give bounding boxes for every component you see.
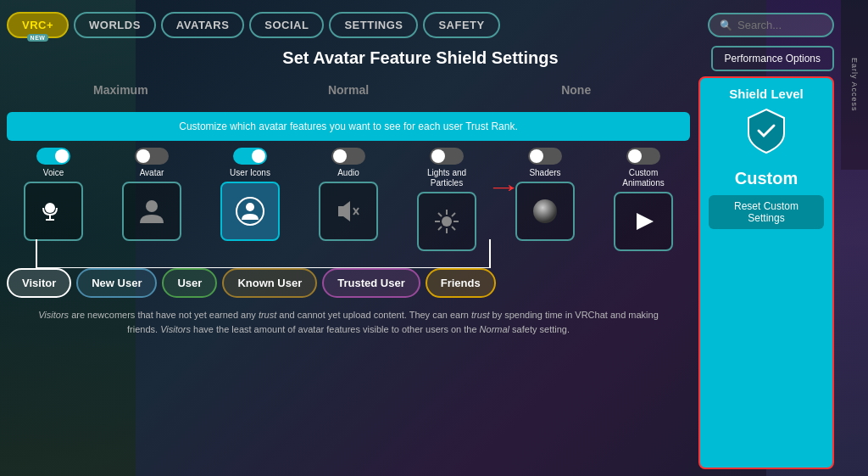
svg-marker-6 [338, 201, 350, 221]
label-animations: Custom Animations [622, 168, 664, 188]
icon-animations [614, 192, 673, 251]
feature-audio[interactable]: Audio [302, 148, 395, 241]
shield-panel-title: Shield Level [729, 87, 804, 101]
nav-social[interactable]: SOCIAL [249, 12, 324, 38]
trust-trusted-user[interactable]: Trusted User [322, 268, 420, 298]
red-arrow: → [486, 174, 521, 201]
left-panel: Maximum Normal None Customize which avat… [7, 76, 690, 469]
icon-audio [319, 182, 378, 241]
feature-avatar[interactable]: Avatar [105, 148, 198, 241]
feature-custom-animations[interactable]: Custom Animations [597, 148, 690, 251]
toggle-avatar[interactable] [135, 148, 169, 165]
feature-voice[interactable]: Voice [7, 148, 100, 241]
search-icon: 🔍 [720, 20, 732, 31]
label-lights: Lights and Particles [427, 168, 466, 188]
icon-lights [417, 192, 476, 251]
trust-row: Visitor New User User Known User Trusted… [7, 268, 690, 298]
page-title-row: Set Avatar Feature Shield Settings Perfo… [7, 48, 834, 68]
svg-point-18 [533, 199, 557, 223]
tab-maximum[interactable]: Maximum [7, 76, 235, 105]
nav-avatars[interactable]: AVATARS [161, 12, 244, 38]
svg-line-15 [452, 227, 455, 230]
label-shaders: Shaders [529, 168, 560, 178]
icon-user-icons [220, 182, 280, 241]
nav-worlds[interactable]: WORLDS [74, 12, 156, 38]
toggle-user-icons[interactable] [233, 148, 267, 165]
early-access-badge: Early Access [841, 0, 868, 170]
shield-level-panel: Shield Level Custom Reset Custom Setting… [698, 76, 834, 469]
nav-safety[interactable]: SAFETY [423, 12, 499, 38]
svg-point-9 [442, 216, 452, 227]
label-audio: Audio [337, 168, 359, 178]
feature-lights-particles[interactable]: Lights and Particles [400, 148, 493, 251]
shield-custom-text: Custom [735, 169, 798, 188]
toggle-lights[interactable] [430, 148, 464, 165]
reset-custom-button[interactable]: Reset Custom Settings [709, 195, 824, 229]
nav-settings[interactable]: SETTINGS [329, 12, 418, 38]
shield-icon [745, 108, 787, 162]
icon-voice [24, 182, 83, 241]
search-input[interactable] [737, 19, 822, 31]
svg-point-0 [45, 203, 55, 213]
svg-line-16 [452, 213, 455, 216]
tab-none[interactable]: None [462, 76, 690, 105]
description-text: Visitors are newcomers that have not yet… [7, 305, 690, 339]
search-box[interactable]: 🔍 [708, 13, 834, 37]
shield-tabs-row: Maximum Normal None [7, 76, 690, 105]
trust-visitor[interactable]: Visitor [7, 268, 71, 298]
trust-section: Visitor New User User Known User Trusted… [7, 265, 690, 298]
toggle-voice[interactable] [36, 148, 70, 165]
trust-new-user[interactable]: New User [76, 268, 157, 298]
trust-user[interactable]: User [162, 268, 217, 298]
toggle-animations[interactable] [626, 148, 660, 165]
icon-shaders [515, 182, 575, 241]
label-voice: Voice [43, 168, 64, 178]
page-title: Set Avatar Feature Shield Settings [282, 48, 558, 68]
tab-normal[interactable]: Normal [235, 76, 463, 105]
icon-avatar [122, 182, 181, 241]
main-container: VRC+ NEW WORLDS AVATARS SOCIAL SETTINGS … [0, 0, 868, 476]
toggle-shaders[interactable] [528, 148, 562, 165]
nav-vrc-plus[interactable]: VRC+ NEW [7, 12, 69, 38]
svg-line-17 [438, 227, 442, 230]
label-user-icons: User Icons [230, 168, 270, 178]
customize-banner: Customize which avatar features you want… [7, 112, 690, 141]
content-area: Maximum Normal None Customize which avat… [7, 76, 834, 469]
label-avatar: Avatar [140, 168, 164, 178]
feature-user-icons[interactable]: User Icons [203, 148, 297, 241]
trust-known-user[interactable]: Known User [222, 268, 317, 298]
svg-marker-19 [637, 213, 654, 230]
svg-point-3 [146, 200, 158, 212]
svg-point-5 [246, 203, 254, 211]
top-nav: VRC+ NEW WORLDS AVATARS SOCIAL SETTINGS … [7, 7, 834, 43]
performance-options-button[interactable]: Performance Options [711, 46, 834, 71]
svg-line-14 [438, 213, 442, 216]
trust-friends[interactable]: Friends [426, 268, 496, 298]
toggle-audio[interactable] [331, 148, 365, 165]
features-row: Voice Avatar [7, 148, 690, 251]
